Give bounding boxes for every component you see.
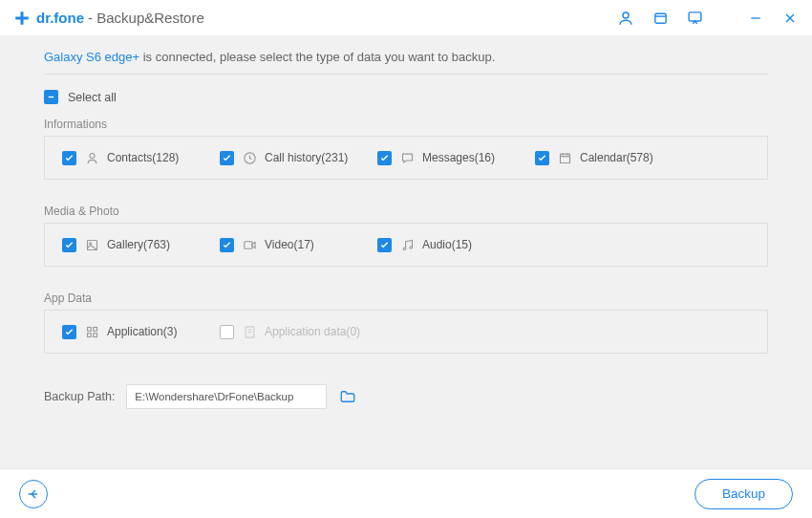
gallery-icon (84, 237, 99, 252)
svg-point-0 (623, 12, 629, 18)
svg-point-13 (403, 248, 406, 250)
footer: Backup (0, 468, 812, 518)
section-box: Gallery(763)Video(17)Audio(15) (44, 223, 768, 267)
item-checkbox[interactable] (535, 151, 549, 165)
item-checkbox[interactable] (377, 151, 392, 165)
item-checkbox[interactable] (62, 151, 76, 165)
app-icon (84, 324, 99, 339)
titlebar: dr.fone - Backup&Restore (0, 0, 812, 36)
svg-rect-18 (93, 333, 96, 336)
titlebar-actions (617, 10, 799, 27)
item-label: Messages(16) (422, 151, 495, 164)
data-type-item: Video(17) (220, 237, 377, 252)
status-message: is connected, please select the type of … (139, 50, 495, 64)
back-button[interactable] (19, 480, 48, 508)
item-label: Application data(0) (265, 325, 360, 338)
data-type-item: Messages(16) (377, 150, 535, 165)
audio-icon (399, 237, 415, 252)
brand-text: dr.fone (36, 10, 84, 26)
svg-point-7 (90, 153, 95, 158)
item-checkbox[interactable] (220, 238, 234, 252)
item-label: Gallery(763) (107, 238, 170, 251)
data-type-item: Application data(0) (220, 324, 377, 339)
minimize-icon[interactable] (747, 10, 764, 27)
backup-path-label: Backup Path: (44, 390, 115, 403)
app-window: dr.fone - Backup&Restore Ga (0, 0, 812, 518)
section-row: Contacts(128)Call history(231)Messages(1… (62, 150, 750, 165)
content-area: Galaxy S6 edge+ is connected, please sel… (0, 36, 812, 468)
item-label: Audio(15) (422, 238, 472, 251)
item-checkbox[interactable] (62, 325, 76, 339)
message-icon (399, 150, 415, 165)
svg-rect-1 (654, 13, 665, 23)
svg-rect-17 (87, 333, 91, 336)
item-label: Video(17) (265, 238, 314, 251)
data-type-item: Audio(15) (377, 237, 535, 252)
svg-point-11 (89, 242, 91, 244)
svg-rect-9 (560, 154, 569, 162)
backup-path-input[interactable] (126, 384, 327, 409)
section-box: Contacts(128)Call history(231)Messages(1… (44, 136, 768, 180)
video-icon (242, 237, 257, 252)
item-label: Calendar(578) (580, 151, 653, 164)
svg-rect-12 (244, 241, 251, 248)
section-row: Gallery(763)Video(17)Audio(15) (62, 237, 750, 252)
svg-point-14 (410, 246, 413, 248)
backup-path-row: Backup Path: (44, 384, 768, 409)
data-type-item: Contacts(128) (62, 150, 220, 165)
drfone-logo-icon (13, 10, 31, 27)
item-label: Application(3) (107, 325, 177, 338)
clock-icon (242, 150, 257, 165)
item-checkbox[interactable] (62, 238, 76, 252)
backup-button[interactable]: Backup (694, 479, 793, 509)
account-icon[interactable] (617, 10, 634, 27)
backup-button-label: Backup (722, 486, 765, 501)
item-checkbox[interactable] (220, 151, 234, 165)
select-all-label: Select all (68, 91, 117, 104)
package-icon[interactable] (652, 10, 669, 27)
section-box: Application(3)Application data(0) (44, 310, 768, 354)
status-line: Galaxy S6 edge+ is connected, please sel… (44, 50, 768, 75)
appdata-icon (242, 324, 257, 339)
item-checkbox (220, 325, 234, 339)
svg-rect-16 (93, 327, 96, 331)
section-label: Informations (44, 118, 768, 131)
item-label: Call history(231) (265, 151, 348, 164)
svg-rect-15 (87, 327, 91, 331)
select-all-row: Select all (44, 90, 768, 104)
close-icon[interactable] (781, 10, 799, 27)
section-row: Application(3)Application data(0) (62, 324, 750, 339)
data-type-item: Application(3) (62, 324, 220, 339)
select-all-checkbox[interactable] (44, 90, 58, 104)
svg-rect-2 (689, 12, 701, 21)
data-type-item: Call history(231) (220, 150, 377, 165)
device-name: Galaxy S6 edge+ (44, 50, 139, 64)
feedback-icon[interactable] (686, 10, 703, 27)
window-title: - Backup&Restore (88, 10, 204, 26)
item-label: Contacts(128) (107, 151, 179, 164)
data-type-item: Calendar(578) (535, 150, 693, 165)
app-logo: dr.fone (13, 10, 84, 27)
section-label: App Data (44, 291, 768, 305)
browse-folder-icon[interactable] (338, 387, 357, 406)
item-checkbox[interactable] (377, 238, 392, 252)
section-label: Media & Photo (44, 205, 768, 218)
contact-icon (84, 150, 99, 165)
data-type-item: Gallery(763) (62, 237, 220, 252)
calendar-icon (557, 150, 572, 165)
